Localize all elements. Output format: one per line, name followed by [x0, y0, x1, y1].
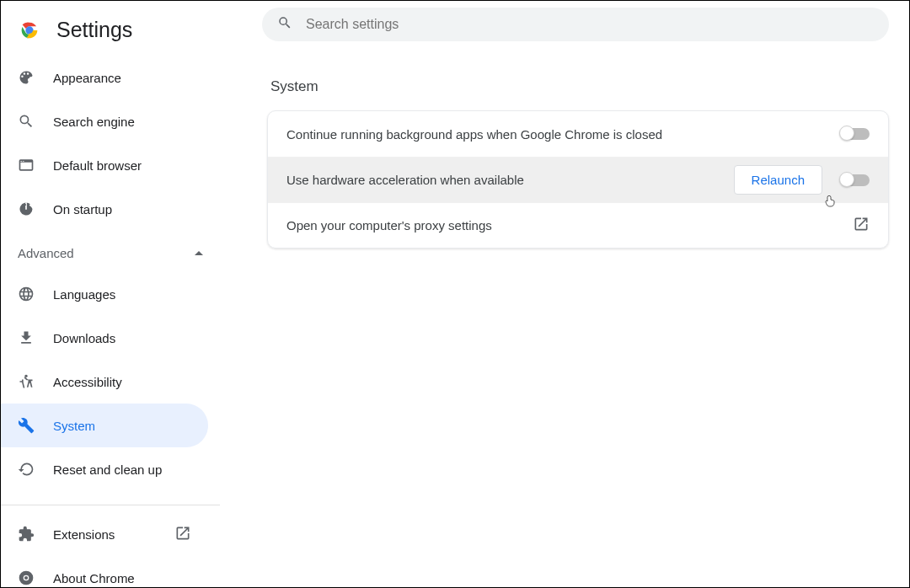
chevron-up-icon — [195, 251, 203, 255]
toggle-hardware-acceleration[interactable] — [841, 174, 870, 186]
row-label: Continue running background apps when Go… — [286, 127, 662, 142]
page-title: Settings — [56, 18, 132, 42]
sidebar-item-label: Languages — [53, 287, 115, 302]
chrome-logo-icon — [18, 19, 41, 42]
row-label: Open your computer's proxy settings — [286, 218, 492, 233]
row-background-apps[interactable]: Continue running background apps when Go… — [268, 111, 888, 157]
search-bar[interactable] — [262, 8, 889, 41]
sidebar-item-label: Accessibility — [53, 375, 122, 389]
system-settings-card: Continue running background apps when Go… — [267, 110, 889, 249]
row-proxy-settings[interactable]: Open your computer's proxy settings — [268, 202, 888, 248]
sidebar-item-languages[interactable]: Languages — [1, 272, 208, 316]
sidebar-item-label: Reset and clean up — [53, 462, 162, 477]
extension-icon — [18, 526, 35, 543]
globe-icon — [18, 286, 35, 302]
restore-icon — [18, 461, 35, 478]
search-input[interactable] — [306, 17, 874, 32]
toggle-background-apps[interactable] — [841, 128, 870, 140]
sidebar[interactable]: Settings Appearance Search engine Defaul… — [1, 1, 220, 587]
sidebar-item-downloads[interactable]: Downloads — [1, 316, 208, 360]
chrome-icon — [18, 569, 35, 586]
sidebar-item-on-startup[interactable]: On startup — [1, 187, 208, 231]
relaunch-button[interactable]: Relaunch — [734, 165, 822, 195]
sidebar-item-extensions[interactable]: Extensions — [1, 512, 208, 556]
settings-header: Settings — [1, 8, 220, 56]
sidebar-item-appearance[interactable]: Appearance — [1, 56, 208, 99]
main-content: System Continue running background apps … — [220, 1, 909, 587]
external-link-icon — [174, 525, 191, 544]
sidebar-item-system[interactable]: System — [1, 404, 208, 447]
sidebar-item-label: Downloads — [53, 331, 115, 345]
browser-icon — [18, 157, 35, 174]
palette-icon — [18, 69, 35, 86]
search-icon — [277, 15, 292, 34]
sidebar-item-accessibility[interactable]: Accessibility — [1, 360, 208, 404]
sidebar-item-default-browser[interactable]: Default browser — [1, 143, 208, 187]
section-title: System — [270, 78, 889, 95]
sidebar-item-label: Search engine — [53, 115, 135, 129]
sidebar-item-label: Default browser — [53, 158, 142, 173]
sidebar-item-reset[interactable]: Reset and clean up — [1, 447, 208, 491]
search-icon — [18, 113, 35, 130]
advanced-section-toggle[interactable]: Advanced — [1, 231, 220, 272]
wrench-icon — [18, 417, 35, 434]
external-link-icon — [853, 216, 870, 235]
sidebar-item-label: About Chrome — [53, 571, 135, 585]
svg-point-6 — [24, 576, 28, 580]
row-label: Use hardware acceleration when available — [286, 173, 524, 187]
sidebar-item-label: System — [53, 419, 95, 433]
advanced-label: Advanced — [18, 246, 74, 260]
accessibility-icon — [18, 373, 35, 390]
power-icon — [18, 200, 35, 217]
sidebar-item-search-engine[interactable]: Search engine — [1, 99, 208, 143]
row-hardware-acceleration[interactable]: Use hardware acceleration when available… — [268, 157, 888, 202]
sidebar-item-about[interactable]: About Chrome — [1, 556, 208, 587]
sidebar-item-label: Appearance — [53, 71, 121, 85]
sidebar-item-label: Extensions — [53, 527, 115, 542]
download-icon — [18, 329, 35, 346]
sidebar-item-label: On startup — [53, 202, 112, 216]
divider — [1, 505, 220, 505]
